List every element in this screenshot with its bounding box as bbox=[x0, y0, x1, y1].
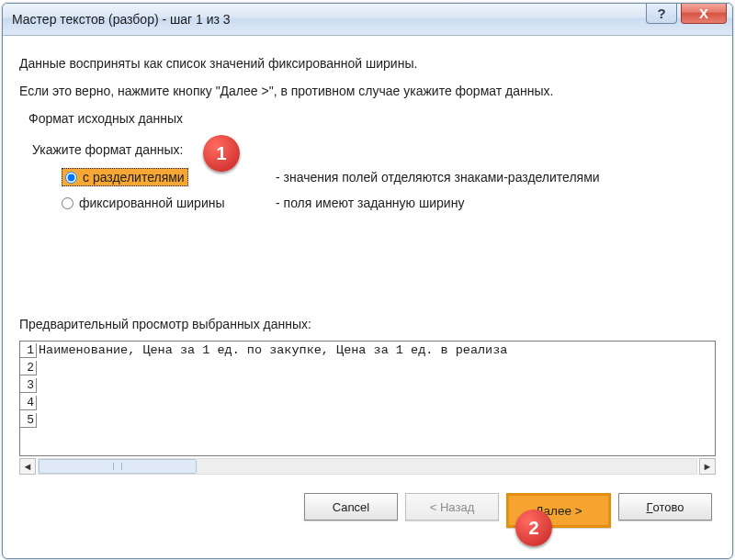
option-delimited-row: с разделителями - значения полей отделяю… bbox=[62, 164, 718, 190]
option-delimited-desc: - значения полей отделяются знаками-разд… bbox=[276, 170, 600, 185]
format-options: с разделителями - значения полей отделяю… bbox=[62, 164, 718, 216]
titlebar-buttons: ? X bbox=[646, 4, 727, 24]
row-number: 1 bbox=[20, 343, 37, 358]
window-title: Мастер текстов (разбор) - шаг 1 из 3 bbox=[12, 12, 231, 27]
row-text: Наименование, Цена за 1 ед. по закупке, … bbox=[37, 343, 507, 357]
annotation-marker-1: 1 bbox=[203, 135, 240, 172]
close-button[interactable]: X bbox=[681, 4, 727, 24]
table-row: 4 bbox=[20, 394, 715, 411]
preview-box: 1 Наименование, Цена за 1 ед. по закупке… bbox=[19, 341, 716, 456]
scroll-left-icon[interactable]: ◄ bbox=[19, 458, 36, 475]
preview-label: Предварительный просмотр выбранных данны… bbox=[19, 317, 718, 331]
button-row: Cancel < Назад Далее > Готово bbox=[17, 493, 718, 528]
annotation-marker-2: 2 bbox=[515, 510, 552, 546]
back-button: < Назад bbox=[405, 493, 499, 521]
row-number: 5 bbox=[20, 413, 37, 428]
option-fixed-desc: - поля имеют заданную ширину bbox=[276, 196, 464, 210]
cancel-button[interactable]: Cancel bbox=[304, 493, 398, 521]
radio-delimited[interactable] bbox=[65, 172, 77, 184]
table-row: 1 Наименование, Цена за 1 ед. по закупке… bbox=[20, 342, 715, 359]
row-number: 4 bbox=[20, 396, 37, 410]
scroll-right-icon[interactable]: ► bbox=[699, 458, 716, 475]
row-number: 3 bbox=[20, 378, 37, 393]
radio-fixed[interactable] bbox=[62, 197, 74, 209]
option-fixed-row: фиксированной ширины - поля имеют заданн… bbox=[62, 190, 718, 216]
option-delimited[interactable]: с разделителями bbox=[62, 168, 188, 186]
group-subtitle: Укажите формат данных: bbox=[32, 142, 718, 157]
title-bar: Мастер текстов (разбор) - шаг 1 из 3 ? X bbox=[3, 4, 732, 36]
finish-rest: отово bbox=[653, 500, 684, 514]
dialog-body: Данные восприняты как список значений фи… bbox=[3, 36, 732, 558]
group-title: Формат исходных данных bbox=[28, 111, 718, 126]
table-row: 3 bbox=[20, 376, 715, 394]
table-row: 5 bbox=[20, 411, 715, 429]
option-fixed-label: фиксированной ширины bbox=[79, 196, 225, 210]
scroll-thumb[interactable] bbox=[39, 459, 197, 474]
row-number: 2 bbox=[20, 361, 37, 375]
finish-button[interactable]: Готово bbox=[618, 493, 712, 521]
table-row: 2 bbox=[20, 359, 715, 376]
scroll-track[interactable] bbox=[38, 458, 697, 475]
intro-line-2: Если это верно, нажмите кнопку "Далее >"… bbox=[19, 84, 718, 98]
horizontal-scrollbar[interactable]: ◄ ► bbox=[19, 458, 716, 475]
dialog-window: Мастер текстов (разбор) - шаг 1 из 3 ? X… bbox=[2, 3, 733, 559]
help-button[interactable]: ? bbox=[646, 4, 677, 24]
option-delimited-label: с разделителями bbox=[83, 170, 185, 185]
finish-hotkey: Г bbox=[646, 500, 652, 514]
preview-rows: 1 Наименование, Цена за 1 ед. по закупке… bbox=[20, 342, 715, 429]
intro-line-1: Данные восприняты как список значений фи… bbox=[19, 56, 718, 71]
